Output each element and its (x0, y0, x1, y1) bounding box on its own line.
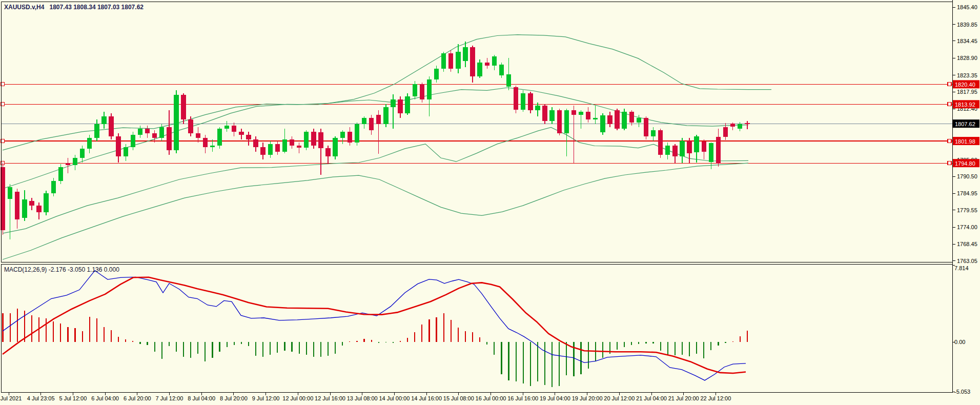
candle-body (427, 79, 432, 99)
histogram-bar (501, 342, 502, 374)
candle-body (506, 74, 511, 86)
histogram-bar (696, 342, 697, 354)
histogram-bar (234, 342, 235, 345)
histogram-bar (494, 342, 495, 355)
candle-body (463, 47, 467, 61)
histogram-bar (277, 342, 278, 353)
candle-body (448, 53, 453, 69)
candle-body (94, 124, 99, 138)
histogram-bar (580, 342, 581, 374)
histogram-bar (400, 341, 401, 342)
candle-body (485, 63, 489, 66)
candle-body (196, 133, 200, 138)
histogram-bar (407, 338, 408, 342)
time-tick-label: 15 Jul 08:00 (443, 395, 474, 401)
time-tick-label: 19 Jul 04:00 (540, 395, 570, 401)
candle (109, 113, 113, 139)
candle (644, 116, 648, 139)
price-tick-label: 1828.90 (957, 55, 977, 61)
candle (355, 123, 359, 146)
badge-connector-marker (948, 83, 951, 86)
histogram-bar (523, 342, 524, 383)
candle-body (687, 141, 691, 153)
candle-body (470, 47, 475, 76)
level-line-left-marker (1, 139, 5, 143)
badge-price-label: 1807.62 (955, 121, 975, 127)
histogram-bar (725, 342, 726, 343)
candle-body (499, 65, 504, 75)
candle-body (325, 148, 330, 156)
candle-body (282, 139, 287, 152)
candle-body (188, 119, 193, 133)
candle-body (405, 96, 410, 113)
candle-body (333, 138, 337, 156)
candle-body (593, 118, 598, 119)
histogram-bar (530, 342, 531, 386)
histogram-bar (544, 342, 545, 385)
histogram-bar (67, 327, 68, 342)
candle (600, 113, 605, 135)
histogram-bar (479, 337, 480, 342)
time-tick-label: 13 Jul 08:00 (347, 395, 378, 401)
candle-body (29, 201, 34, 206)
histogram-bar (486, 342, 487, 345)
symbol-period-label: XAUUSD.v,H4 (4, 4, 44, 11)
time-tick-label: 7 Jul 12:00 (156, 395, 183, 401)
candle-body (36, 206, 41, 212)
histogram-bar (451, 320, 452, 342)
histogram-bar (227, 342, 228, 347)
candle-body (745, 123, 749, 124)
candle (622, 109, 626, 130)
time-tick-label: 6 Jul 04:00 (91, 395, 119, 401)
candle-body (22, 199, 27, 218)
candle (514, 86, 518, 113)
candle-body (217, 129, 222, 146)
price-tick-label: 1845.40 (957, 4, 977, 10)
histogram-bar (53, 321, 54, 342)
histogram-bar (421, 325, 422, 342)
candle-body (376, 115, 381, 124)
histogram-bar (349, 341, 350, 342)
candle-body (145, 129, 150, 133)
candle-body (131, 135, 135, 147)
candle-body (637, 118, 641, 123)
histogram-bar (306, 342, 307, 355)
time-tick-label: 8 Jul 20:00 (220, 395, 248, 401)
histogram-bar (320, 342, 321, 357)
ohlc-values-label: 1807.43 1808.34 1807.03 1807.62 (49, 4, 144, 11)
histogram-bar (385, 342, 386, 342)
histogram-bar (118, 337, 119, 342)
histogram-bar (183, 342, 184, 357)
histogram-bar (363, 339, 364, 342)
candle (383, 104, 388, 127)
histogram-bar (139, 342, 140, 344)
candle-body (420, 84, 424, 99)
candle (44, 191, 48, 215)
badge-connector-marker (948, 139, 951, 143)
candle (528, 92, 533, 113)
candle-body (275, 144, 280, 152)
candle-body (600, 115, 605, 132)
macd-indicator-label: MACD(12,26,9) -2.176 -3.050 1.136 0.000 (4, 266, 119, 273)
candle-body (738, 124, 742, 129)
price-badge: 1807.62 (953, 119, 979, 128)
histogram-bar (205, 342, 206, 361)
histogram-bar (270, 342, 271, 355)
price-tick-label: 1784.95 (957, 190, 977, 196)
candle-body (15, 192, 19, 219)
histogram-bar (241, 342, 242, 344)
candle (181, 93, 186, 124)
candle-body (542, 106, 547, 121)
histogram-bar (255, 342, 256, 356)
histogram-bar (371, 340, 372, 342)
histogram-bar (154, 342, 155, 352)
histogram-bar (342, 342, 343, 346)
histogram-bar (588, 342, 589, 369)
candle-body (369, 118, 374, 130)
time-tick-label: 9 Jul 12:00 (252, 395, 280, 401)
histogram-bar (645, 342, 646, 343)
chart-canvas[interactable]: 1845.401839.851834.451828.901823.351817.… (0, 0, 980, 405)
candle-body (138, 129, 142, 135)
candle-body (615, 110, 619, 129)
candle-body (622, 112, 626, 129)
